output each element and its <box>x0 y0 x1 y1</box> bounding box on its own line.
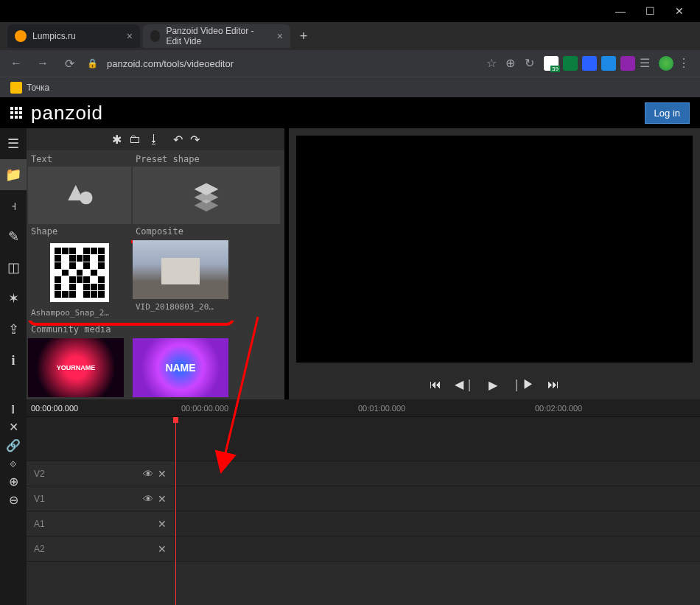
download-icon[interactable]: ⭳ <box>148 133 160 147</box>
sidebar: ☰ 📁 ⫞ ✎ ◫ ✶ ⇪ i <box>0 128 27 399</box>
community-thumb: YOURNAME <box>28 338 124 397</box>
community-media-2[interactable]: NAME <box>133 338 236 397</box>
favicon-icon <box>150 30 160 42</box>
timeline-sidebar: ⫿ ✕ 🔗 ⟐ ⊕ ⊖ <box>0 399 27 605</box>
remove-track-icon[interactable]: ✕ <box>158 518 167 530</box>
timeline-tracks: 00:00:00.000 00:00:00.000 00:01:00.000 0… <box>27 399 700 605</box>
sidebar-upload-icon[interactable]: ⇪ <box>0 314 27 345</box>
workspace: ☰ 📁 ⫞ ✎ ◫ ✶ ⇪ i ✱ 🗀 ⭳ ↶ ↷ <box>0 128 700 399</box>
playback-controls: ⏮ ◀｜ ▶ ｜▶ ⏭ <box>289 370 700 399</box>
track-a1[interactable]: A1✕ <box>27 511 700 536</box>
file-name: VID_20180803_20… <box>133 299 236 315</box>
lock-icon: 🔒 <box>87 58 98 69</box>
media-file-ashampoo[interactable]: Ashampoo_Snap_2… <box>28 240 131 321</box>
step-forward-icon[interactable]: ｜▶ <box>511 377 534 393</box>
open-folder-icon[interactable]: 🗀 <box>129 133 141 147</box>
media-item-text[interactable]: Text <box>28 152 131 224</box>
track-v1[interactable]: V1👁✕ <box>27 486 700 511</box>
url-text[interactable]: panzoid.com/tools/videoeditor <box>107 58 477 69</box>
preview-panel: ⏮ ◀｜ ▶ ｜▶ ⏭ <box>289 128 700 399</box>
tl-link-icon[interactable]: 🔗 <box>6 438 21 452</box>
playhead[interactable] <box>175 417 176 605</box>
reload-button[interactable]: ⟳ <box>60 57 78 71</box>
add-icon[interactable]: ⊕ <box>505 56 520 71</box>
panzoid-logo[interactable]: panzoid <box>31 102 103 125</box>
tab-title: Lumpics.ru <box>32 31 76 41</box>
eye-icon[interactable]: 👁 <box>143 493 153 505</box>
track-label: V1 <box>34 494 45 504</box>
new-icon[interactable]: ✱ <box>112 133 122 147</box>
media-toolbar: ✱ 🗀 ⭳ ↶ ↷ <box>27 128 284 150</box>
sidebar-folder-icon[interactable]: 📁 <box>0 159 27 190</box>
back-button[interactable]: ← <box>7 57 25 70</box>
step-back-icon[interactable]: ◀｜ <box>455 377 475 393</box>
browser-tab-panzoid[interactable]: Panzoid Video Editor - Edit Vide × <box>143 24 290 48</box>
time-mark: 00:02:00.000 <box>535 404 582 413</box>
ext-puzzle-icon[interactable] <box>601 56 616 71</box>
timeline-body[interactable]: V2👁✕ V1👁✕ A1✕ A2✕ <box>27 417 700 605</box>
close-window-button[interactable]: ✕ <box>665 0 694 22</box>
play-icon[interactable]: ▶ <box>489 378 497 392</box>
apps-grid-icon[interactable] <box>10 107 22 119</box>
community-thumb: NAME <box>133 338 228 397</box>
media-panel: ✱ 🗀 ⭳ ↶ ↷ Text <box>27 128 284 399</box>
star-icon[interactable]: ☆ <box>486 56 501 71</box>
ext-blue-icon[interactable] <box>582 56 597 71</box>
eye-icon[interactable]: 👁 <box>143 468 153 480</box>
redo-icon[interactable]: ↷ <box>190 133 200 147</box>
remove-track-icon[interactable]: ✕ <box>158 493 167 505</box>
tl-align-icon[interactable]: ⫿ <box>10 402 16 416</box>
tl-snap-icon[interactable]: ⟐ <box>10 457 17 470</box>
sidebar-cube-icon[interactable]: ◫ <box>0 252 27 283</box>
skip-start-icon[interactable]: ⏮ <box>430 378 441 391</box>
login-button[interactable]: Log in <box>645 102 690 124</box>
forward-button[interactable]: → <box>34 57 52 70</box>
media-label: Preset shape <box>133 152 280 167</box>
ext-green-icon[interactable] <box>563 56 578 71</box>
skip-end-icon[interactable]: ⏭ <box>547 378 559 391</box>
refresh-ext-icon[interactable]: ↻ <box>525 56 539 71</box>
browser-tab-lumpics[interactable]: Lumpics.ru × <box>7 24 140 48</box>
tl-close-icon[interactable]: ✕ <box>9 420 18 434</box>
sidebar-menu-icon[interactable]: ☰ <box>0 128 27 159</box>
svg-marker-4 <box>195 200 219 212</box>
sidebar-pencil-icon[interactable]: ✎ <box>0 221 27 252</box>
tl-zoom-out-icon[interactable]: ⊖ <box>9 493 18 507</box>
community-media-1[interactable]: YOURNAME <box>28 338 131 397</box>
remove-track-icon[interactable]: ✕ <box>158 468 167 480</box>
profile-avatar[interactable] <box>659 56 673 71</box>
track-a2[interactable]: A2✕ <box>27 536 700 562</box>
browser-tabstrip: Lumpics.ru × Panzoid Video Editor - Edit… <box>0 22 700 50</box>
track-label: A1 <box>34 519 45 529</box>
file-name: Ashampoo_Snap_2… <box>28 305 131 321</box>
maximize-button[interactable]: ☐ <box>635 0 665 22</box>
menu-button[interactable]: ⋮ <box>678 56 693 71</box>
ext-adguard-icon[interactable]: 39 <box>544 56 559 71</box>
timeline-ruler[interactable]: 00:00:00.000 00:00:00.000 00:01:00.000 0… <box>27 399 700 417</box>
bookmarks-bar: Точка <box>0 77 700 97</box>
new-tab-button[interactable]: + <box>293 26 314 46</box>
text-thumb <box>28 167 131 224</box>
address-bar: ← → ⟳ 🔒 panzoid.com/tools/videoeditor ☆ … <box>0 50 700 77</box>
media-item-preset[interactable]: Preset shape <box>133 152 280 224</box>
media-grid: Text Preset shape Shape <box>27 150 284 399</box>
track-v2[interactable]: V2👁✕ <box>27 461 700 486</box>
sidebar-sliders-icon[interactable]: ⫞ <box>0 190 27 221</box>
media-label-composite: Composite <box>133 224 280 239</box>
sidebar-info-icon[interactable]: i <box>0 345 27 376</box>
close-tab-icon[interactable]: × <box>277 30 283 42</box>
minimize-button[interactable]: — <box>606 0 635 22</box>
tl-zoom-in-icon[interactable]: ⊕ <box>9 475 18 489</box>
preview-screen[interactable] <box>296 136 693 363</box>
ext-purple-icon[interactable] <box>620 56 635 71</box>
bookmark-folder-icon <box>10 82 22 94</box>
bookmark-item[interactable]: Точка <box>27 83 49 93</box>
undo-icon[interactable]: ↶ <box>173 133 183 147</box>
reading-list-icon[interactable]: ☰ <box>640 56 654 71</box>
close-tab-icon[interactable]: × <box>127 30 133 42</box>
sidebar-sparkle-icon[interactable]: ✶ <box>0 283 27 314</box>
time-mark: 00:00:00.000 <box>181 404 228 413</box>
media-file-vid[interactable]: VID_20180803_20… <box>133 240 236 321</box>
remove-track-icon[interactable]: ✕ <box>158 543 167 555</box>
app-header: panzoid Log in <box>0 97 700 128</box>
